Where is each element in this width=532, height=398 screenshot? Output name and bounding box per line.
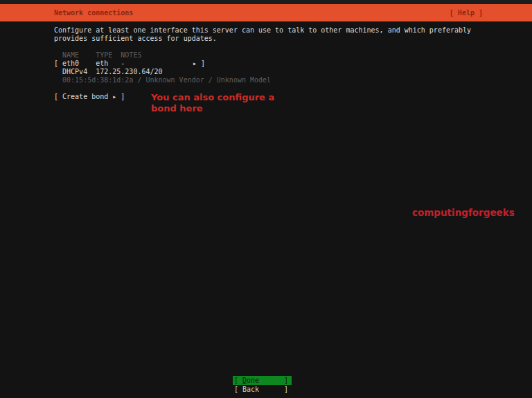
done-button-close-bracket: ] <box>284 376 288 385</box>
back-button[interactable]: [ Back ] <box>233 385 292 394</box>
device-table-header: NAME TYPE NOTES <box>54 51 141 60</box>
bond-annotation: You can also configure a bond here <box>151 92 274 114</box>
chevron-right-icon: ▸ ] <box>193 60 205 68</box>
intro-text-line2: provides sufficient access for updates. <box>54 35 217 43</box>
interface-dhcp-info: DHCPv4 172.25.230.64/20 <box>54 68 163 76</box>
interface-row-labels: [ eth0 eth - <box>54 60 125 68</box>
back-button-close-bracket: ] <box>284 385 288 394</box>
done-button-label: [ Done <box>234 376 259 385</box>
bond-annotation-line2: bond here <box>151 103 274 114</box>
header-bar: Network connections [ Help ] <box>0 4 532 21</box>
bond-annotation-line1: You can also configure a <box>151 92 274 103</box>
watermark-text: computingforgeeks <box>412 207 515 218</box>
interface-row-eth0[interactable]: [ eth0 eth - ▸ ] <box>54 60 205 68</box>
done-button[interactable]: [ Done ] <box>233 376 292 385</box>
create-bond-button[interactable]: [ Create bond ▸ ] <box>54 93 125 101</box>
installer-screen: Network connections [ Help ] Configure a… <box>0 0 532 398</box>
help-button[interactable]: [ Help ] <box>450 9 532 17</box>
back-button-label: [ Back <box>234 385 259 394</box>
page-title: Network connections <box>0 9 133 17</box>
intro-text-line1: Configure at least one interface this se… <box>54 26 471 35</box>
interface-mac-info: 00:15:5d:38:1d:2a / Unknown Vendor / Unk… <box>54 76 271 84</box>
